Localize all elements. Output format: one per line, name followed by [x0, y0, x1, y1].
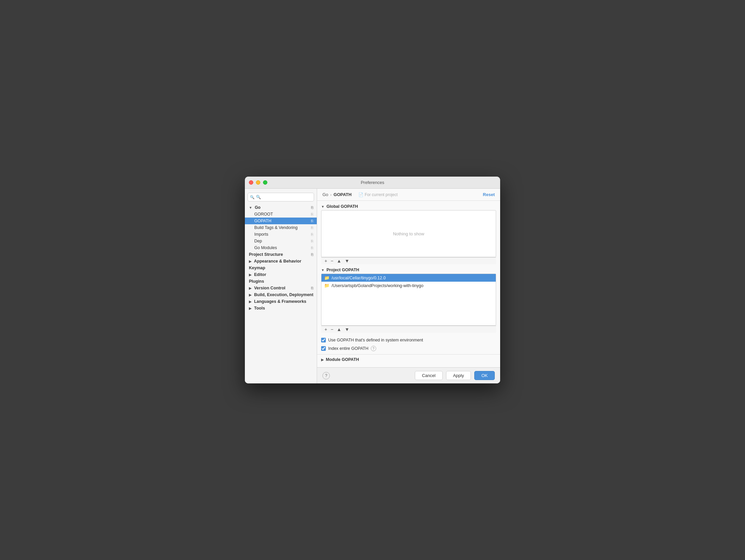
- sidebar-item-tools-label: ▶ Tools: [249, 306, 265, 310]
- sidebar-item-appearance-behavior[interactable]: ▶ Appearance & Behavior: [245, 258, 317, 265]
- sidebar-item-build-exec-label: ▶ Build, Execution, Deployment: [249, 292, 313, 297]
- global-gopath-title: Global GOPATH: [326, 204, 358, 209]
- bottom-left: ?: [322, 372, 330, 380]
- list-item-path: /Users/artspb/GolandProjects/working-wit…: [331, 283, 424, 288]
- collapse-arrow-icon: ▼: [321, 205, 324, 208]
- chevron-right-icon: ▶: [321, 358, 324, 362]
- project-gopath-list[interactable]: 📁 /usr/local/Cellar/tinygo/0.12.0 📁 /Use…: [321, 274, 496, 326]
- index-gopath-checkbox[interactable]: [321, 346, 326, 351]
- copy-icon: ⎘: [311, 205, 313, 209]
- folder-icon: 📁: [324, 275, 329, 280]
- global-gopath-toolbar: + − ▲ ▼: [321, 257, 496, 264]
- breadcrumb: Go › GOPATH: [322, 192, 352, 197]
- apply-button[interactable]: Apply: [446, 371, 471, 380]
- sidebar-item-go-modules[interactable]: Go Modules ⎘: [245, 244, 317, 251]
- sidebar-item-version-control[interactable]: ▶ Version Control ⎘: [245, 285, 317, 291]
- cancel-button[interactable]: Cancel: [415, 371, 442, 380]
- sidebar-item-dep[interactable]: Dep ⎘: [245, 238, 317, 244]
- breadcrumb-parent: Go: [322, 192, 328, 197]
- bottom-bar: ? Cancel Apply OK: [317, 367, 500, 384]
- bottom-right: Cancel Apply OK: [415, 371, 495, 380]
- ok-button[interactable]: OK: [474, 371, 495, 380]
- sidebar-item-goroot-label: GOROOT: [254, 212, 273, 217]
- project-gopath-section: ▼ Project GOPATH 📁 /usr/local/Cellar/tin…: [321, 268, 496, 333]
- chevron-right-icon: ▶: [249, 300, 252, 303]
- global-gopath-list[interactable]: Nothing to show: [321, 210, 496, 257]
- search-input[interactable]: [248, 193, 314, 201]
- sidebar-item-languages-label: ▶ Languages & Frameworks: [249, 299, 306, 304]
- sidebar-item-goroot[interactable]: GOROOT ⎘: [245, 211, 317, 218]
- project-gopath-toolbar: + − ▲ ▼: [321, 326, 496, 333]
- global-up-button[interactable]: ▲: [336, 259, 342, 263]
- global-gopath-header: ▼ Global GOPATH: [321, 204, 496, 209]
- project-up-button[interactable]: ▲: [336, 327, 342, 332]
- sidebar-item-project-structure[interactable]: Project Structure ⎘: [245, 251, 317, 258]
- sidebar-item-build-exec[interactable]: ▶ Build, Execution, Deployment: [245, 291, 317, 298]
- copy-icon: ⎘: [311, 226, 313, 230]
- sidebar-item-dep-label: Dep: [254, 239, 262, 243]
- sidebar-item-project-structure-label: Project Structure: [249, 252, 283, 257]
- sidebar-item-version-control-label: ▶ Version Control: [249, 286, 286, 290]
- for-project-link[interactable]: 📄 For current project: [358, 192, 398, 197]
- list-item-path: /usr/local/Cellar/tinygo/0.12.0: [331, 276, 386, 280]
- project-down-button[interactable]: ▼: [344, 327, 350, 332]
- index-gopath-row: Index entire GOPATH ?: [317, 344, 500, 353]
- folder-icon: 📁: [324, 283, 329, 288]
- sidebar-item-appearance-label: ▶ Appearance & Behavior: [249, 259, 301, 264]
- global-gopath-section: ▼ Global GOPATH Nothing to show + − ▲ ▼: [321, 204, 496, 264]
- sidebar-item-go[interactable]: ▼ Go ⎘: [245, 204, 317, 211]
- breadcrumb-current: GOPATH: [333, 192, 352, 197]
- sidebar-item-gopath[interactable]: GOPATH ⎘: [245, 218, 317, 224]
- project-remove-button[interactable]: −: [330, 327, 334, 332]
- copy-icon: ⎘: [311, 212, 313, 216]
- search-icon: 🔍: [250, 195, 255, 199]
- main-content-area: 🔍 ▼ Go ⎘ GOROOT ⎘ GOPATH ⎘: [245, 189, 500, 384]
- sidebar-item-languages[interactable]: ▶ Languages & Frameworks: [245, 298, 317, 305]
- main-panel: Go › GOPATH 📄 For current project Reset: [317, 189, 500, 384]
- traffic-lights: [249, 180, 267, 185]
- copy-icon: ⎘: [311, 253, 313, 257]
- sidebar-item-keymap[interactable]: Keymap: [245, 265, 317, 271]
- module-gopath-section[interactable]: ▶ Module GOPATH: [317, 354, 500, 365]
- sidebar-item-tools[interactable]: ▶ Tools: [245, 305, 317, 311]
- copy-icon: ⎘: [311, 246, 313, 250]
- reset-button[interactable]: Reset: [483, 192, 495, 197]
- search-container: 🔍: [248, 193, 314, 201]
- list-item[interactable]: 📁 /usr/local/Cellar/tinygo/0.12.0: [321, 274, 496, 282]
- project-add-button[interactable]: +: [324, 327, 328, 332]
- chevron-right-icon: ▶: [249, 286, 252, 290]
- empty-state-text: Nothing to show: [393, 231, 424, 236]
- use-gopath-checkbox[interactable]: [321, 338, 326, 342]
- sidebar-item-plugins-label: Plugins: [249, 279, 264, 284]
- global-remove-button[interactable]: −: [330, 259, 334, 263]
- breadcrumb-left: Go › GOPATH 📄 For current project: [322, 192, 398, 197]
- maximize-button[interactable]: [263, 180, 267, 185]
- list-item[interactable]: 📁 /Users/artspb/GolandProjects/working-w…: [321, 282, 496, 289]
- close-button[interactable]: [249, 180, 253, 185]
- help-icon[interactable]: ?: [371, 346, 376, 351]
- minimize-button[interactable]: [256, 180, 260, 185]
- sidebar-item-gopath-label: GOPATH: [254, 219, 271, 223]
- preferences-window: Preferences 🔍 ▼ Go ⎘ GOROOT ⎘: [245, 176, 500, 384]
- title-bar: Preferences: [245, 176, 500, 189]
- global-add-button[interactable]: +: [324, 259, 328, 263]
- project-gopath-title: Project GOPATH: [326, 268, 359, 272]
- sidebar-item-plugins[interactable]: Plugins: [245, 278, 317, 285]
- module-gopath-title: Module GOPATH: [326, 357, 359, 362]
- help-button[interactable]: ?: [322, 372, 330, 380]
- window-title: Preferences: [361, 180, 384, 185]
- chevron-right-icon: ▶: [249, 293, 252, 297]
- index-gopath-label: Index entire GOPATH: [328, 346, 368, 351]
- sidebar-item-keymap-label: Keymap: [249, 266, 265, 270]
- sidebar-item-editor[interactable]: ▶ Editor: [245, 271, 317, 278]
- sidebar: 🔍 ▼ Go ⎘ GOROOT ⎘ GOPATH ⎘: [245, 189, 317, 384]
- copy-icon: ⎘: [311, 239, 313, 243]
- global-down-button[interactable]: ▼: [344, 259, 350, 263]
- sidebar-item-build-tags[interactable]: Build Tags & Vendoring ⎘: [245, 224, 317, 231]
- copy-icon: ⎘: [311, 219, 313, 223]
- copy-icon: ⎘: [311, 232, 313, 236]
- chevron-right-icon: ▶: [249, 306, 252, 310]
- sidebar-item-imports-label: Imports: [254, 232, 268, 237]
- sidebar-item-editor-label: ▶ Editor: [249, 272, 266, 277]
- sidebar-item-imports[interactable]: Imports ⎘: [245, 231, 317, 238]
